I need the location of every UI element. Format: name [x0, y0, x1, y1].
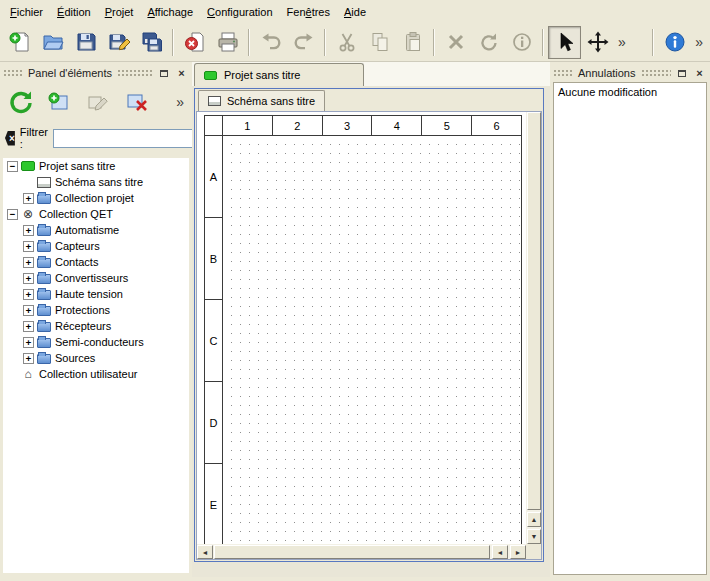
pan-mode-button[interactable] — [581, 26, 614, 59]
about-qet-button[interactable] — [658, 26, 691, 59]
tree-item-collection-projet[interactable]: +Collection projet — [3, 190, 189, 206]
reload-collections-button[interactable] — [4, 87, 36, 117]
tree-item-convertisseurs[interactable]: +Convertisseurs — [3, 270, 189, 286]
tree-item-capteurs[interactable]: +Capteurs — [3, 238, 189, 254]
scroll-left-button-2[interactable]: ◄ — [492, 545, 508, 559]
column-header-6: 6 — [472, 116, 521, 135]
float-panel-button[interactable] — [156, 66, 171, 80]
delete-button[interactable] — [439, 26, 472, 59]
row-header-c: C — [205, 300, 222, 382]
filter-label: Filtrer : — [20, 126, 48, 150]
redo-button[interactable] — [287, 26, 320, 59]
tree-item-sources[interactable]: +Sources — [3, 350, 189, 366]
scroll-left-button[interactable]: ◄ — [197, 545, 213, 559]
tree-expander[interactable]: + — [23, 273, 34, 284]
tree-item-sche-ma-sans-titre[interactable]: Schéma sans titre — [3, 174, 189, 190]
menu-fene-tres[interactable]: Fenêtres — [280, 2, 337, 22]
rotate-button[interactable] — [472, 26, 505, 59]
menu-aide[interactable]: Aide — [337, 2, 373, 22]
folder-icon — [37, 306, 51, 316]
scroll-right-button[interactable]: ► — [510, 545, 526, 559]
qet-icon: ⊗ — [21, 208, 35, 221]
tree-item-collection-qet[interactable]: −⊗Collection QET — [3, 206, 189, 222]
undo-list[interactable]: Aucune modification — [553, 82, 707, 575]
mdi-area: Projet sans titre Schéma sans titre 1234… — [192, 62, 550, 577]
tree-item-contacts[interactable]: +Contacts — [3, 254, 189, 270]
toolbar-separator — [433, 29, 435, 56]
tree-item-label: Automatisme — [55, 224, 119, 236]
cut-button[interactable] — [330, 26, 363, 59]
element-tree[interactable]: −Projet sans titreSchéma sans titre+Coll… — [3, 158, 189, 573]
menu-affichage[interactable]: Affichage — [140, 2, 200, 22]
new-element-button[interactable] — [43, 87, 75, 117]
tree-expander[interactable]: + — [23, 257, 34, 268]
toolbar-overflow-chevron[interactable]: » — [614, 34, 630, 50]
help-overflow-chevron[interactable]: » — [691, 34, 707, 50]
undo-panel-titlebar[interactable]: Annulations × — [553, 65, 707, 81]
expander-spacer — [23, 177, 34, 188]
tree-item-projet-sans-titre[interactable]: −Projet sans titre — [3, 158, 189, 174]
diagram-tab[interactable]: Schéma sans titre — [198, 90, 325, 111]
filter-input[interactable] — [53, 129, 203, 148]
vertical-scrollbar-thumb[interactable] — [527, 112, 541, 510]
info-button[interactable] — [505, 26, 538, 59]
tree-expander[interactable]: + — [23, 337, 34, 348]
elements-panel-titlebar[interactable]: Panel d'éléments × — [3, 65, 189, 81]
tree-item-label: Collection QET — [39, 208, 113, 220]
close-panel-button[interactable]: × — [692, 66, 707, 80]
close-project-button[interactable] — [178, 26, 211, 59]
info-blue-icon — [664, 31, 686, 53]
print-button[interactable] — [211, 26, 244, 59]
select-mode-button[interactable] — [548, 26, 581, 59]
save-as-button[interactable] — [102, 26, 135, 59]
row-headers: ABCDE — [205, 136, 223, 544]
tree-item-haute-tension[interactable]: +Haute tension — [3, 286, 189, 302]
tree-item-automatisme[interactable]: +Automatisme — [3, 222, 189, 238]
toolbar-separator — [652, 29, 654, 56]
tree-expander[interactable]: + — [23, 225, 34, 236]
tree-expander[interactable]: − — [7, 209, 18, 220]
tree-expander[interactable]: + — [23, 289, 34, 300]
new-document-button[interactable] — [3, 26, 36, 59]
scrollbar-corner — [526, 544, 541, 559]
tree-expander[interactable]: + — [23, 241, 34, 252]
project-tab[interactable]: Projet sans titre — [194, 63, 364, 86]
open-project-button[interactable] — [36, 26, 69, 59]
horizontal-scrollbar-thumb[interactable] — [214, 545, 490, 559]
tree-expander[interactable]: − — [7, 161, 18, 172]
menu-projet[interactable]: Projet — [98, 2, 141, 22]
tree-expander[interactable]: + — [23, 305, 34, 316]
tree-item-re-cepteurs[interactable]: +Récepteurs — [3, 318, 189, 334]
tree-item-protections[interactable]: +Protections — [3, 302, 189, 318]
tree-item-collection-utilisateur[interactable]: ⌂Collection utilisateur — [3, 366, 189, 382]
paste-button[interactable] — [396, 26, 429, 59]
diagram-grid[interactable] — [223, 136, 521, 544]
elements-panel: Panel d'éléments × » × Filtrer : — [0, 62, 192, 577]
tree-expander[interactable]: + — [23, 193, 34, 204]
menu-fichier[interactable]: Fichier — [3, 2, 50, 22]
undo-button[interactable] — [254, 26, 287, 59]
tree-expander[interactable]: + — [23, 321, 34, 332]
scroll-down-button[interactable]: ▼ — [527, 529, 541, 544]
menu-configuration[interactable]: Configuration — [200, 2, 279, 22]
close-panel-button[interactable]: × — [174, 66, 189, 80]
clear-filter-icon[interactable]: × — [5, 131, 15, 146]
save-button[interactable] — [69, 26, 102, 59]
diagram-sheet: 123456 ABCDE — [204, 115, 522, 544]
copy-button[interactable] — [363, 26, 396, 59]
scroll-up-button[interactable]: ▲ — [527, 512, 541, 527]
float-panel-button[interactable] — [674, 66, 689, 80]
menu-e-dition[interactable]: Édition — [50, 2, 98, 22]
column-header-4: 4 — [372, 116, 422, 135]
delete-element-button[interactable] — [121, 87, 153, 117]
diagram-canvas[interactable]: 123456 ABCDE — [197, 112, 526, 544]
tree-item-semi-conducteurs[interactable]: +Semi-conducteurs — [3, 334, 189, 350]
diagram-view[interactable]: 123456 ABCDE ▲ ▼ ◄ — [196, 111, 542, 560]
panel-toolbar-overflow-chevron[interactable]: » — [172, 94, 188, 110]
project-child-window: Schéma sans titre 123456 ABCDE — [194, 88, 544, 562]
edit-element-button[interactable] — [82, 87, 114, 117]
horizontal-scrollbar[interactable]: ◄ ◄ ► — [197, 544, 526, 559]
vertical-scrollbar[interactable]: ▲ ▼ — [526, 112, 541, 544]
save-all-button[interactable] — [135, 26, 168, 59]
tree-expander[interactable]: + — [23, 353, 34, 364]
